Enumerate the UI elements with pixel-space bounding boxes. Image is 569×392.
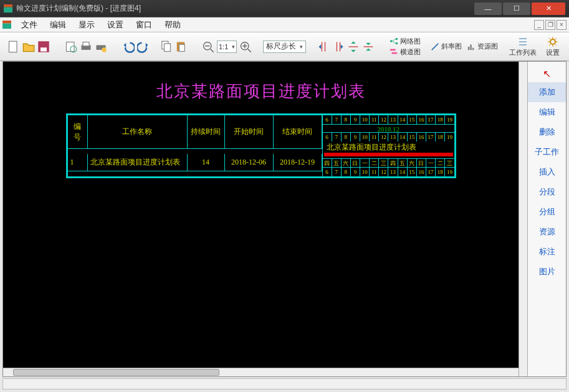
svg-line-21 <box>248 49 251 52</box>
mdi-restore-button[interactable]: ❐ <box>545 20 555 30</box>
settings-button[interactable]: 设置 <box>539 36 567 57</box>
svg-rect-2 <box>2 23 11 29</box>
printer-settings-icon[interactable] <box>95 41 107 53</box>
gantt-bar[interactable] <box>324 153 453 156</box>
tick: 17 <box>426 115 436 124</box>
svg-point-27 <box>396 38 398 41</box>
tick: 6 <box>323 115 332 124</box>
svg-rect-10 <box>83 42 89 45</box>
tick: 8 <box>342 133 351 141</box>
undo-icon[interactable] <box>122 41 135 53</box>
expand-vert-icon[interactable] <box>347 41 360 53</box>
slope-view-button[interactable]: 斜率图 <box>431 42 462 51</box>
menu-settings[interactable]: 设置 <box>101 19 130 31</box>
tick: 13 <box>388 133 398 141</box>
statusbar <box>2 378 567 390</box>
side-item-0[interactable]: 添加 <box>528 82 566 102</box>
menu-window[interactable]: 窗口 <box>130 19 158 31</box>
open-icon[interactable] <box>22 41 35 53</box>
table-row-id[interactable]: 1 <box>68 154 88 171</box>
window-close-button[interactable]: ✕ <box>532 2 565 15</box>
gantt-row[interactable]: 北京某路面项目进度计划表 <box>323 141 454 159</box>
mdi-minimize-button[interactable]: _ <box>534 20 544 30</box>
shrink-vert-icon[interactable] <box>362 41 375 53</box>
paste-icon[interactable] <box>175 41 187 53</box>
tick: 15 <box>408 133 417 141</box>
menu-edit[interactable]: 编辑 <box>44 19 72 31</box>
col-id: 编号 <box>68 115 88 149</box>
res-view-button[interactable]: 资源图 <box>467 42 498 51</box>
window-maximize-button[interactable]: ☐ <box>503 2 530 15</box>
side-item-9[interactable]: 图片 <box>528 262 566 282</box>
tick: 18 <box>436 168 445 176</box>
side-item-7[interactable]: 资源 <box>528 222 566 242</box>
side-item-8[interactable]: 标注 <box>528 242 566 262</box>
new-icon[interactable] <box>7 41 20 53</box>
copy-icon[interactable] <box>160 41 172 53</box>
side-panel: ↖ 添加编辑删除子工作插入分段分组资源标注图片 <box>527 62 566 376</box>
canvas[interactable]: 北京某路面项目进度计划表 编号 工作名称 持续时间 开始时间 结束时间 1 北京… <box>3 62 519 368</box>
ruler-step-combo[interactable]: 标尺步长▾ <box>263 41 306 53</box>
svg-rect-16 <box>179 44 185 51</box>
vertical-scrollbar[interactable] <box>519 62 527 376</box>
tick: 13 <box>388 168 398 176</box>
print-icon[interactable] <box>80 41 92 53</box>
cross-view-button[interactable]: 横道图 <box>390 47 421 57</box>
side-item-2[interactable]: 删除 <box>528 122 566 142</box>
cross-view-label: 横道图 <box>400 47 421 57</box>
tick: 7 <box>332 168 342 176</box>
zoom-out-icon[interactable] <box>202 41 214 53</box>
side-item-4[interactable]: 插入 <box>528 162 566 182</box>
zoom-in-icon[interactable] <box>239 41 252 53</box>
workspace: 北京某路面项目进度计划表 编号 工作名称 持续时间 开始时间 结束时间 1 北京… <box>2 61 567 377</box>
pointer-tool-icon[interactable]: ↖ <box>528 65 566 82</box>
print-preview-icon[interactable] <box>65 41 77 53</box>
col-duration: 持续时间 <box>188 115 225 149</box>
svg-rect-33 <box>472 47 474 50</box>
col-name: 工作名称 <box>88 115 188 149</box>
side-item-1[interactable]: 编辑 <box>528 102 566 122</box>
tick: 6 <box>323 133 332 141</box>
tick: 9 <box>351 133 360 141</box>
canvas-wrap: 北京某路面项目进度计划表 编号 工作名称 持续时间 开始时间 结束时间 1 北京… <box>3 62 519 376</box>
table-row-duration[interactable]: 14 <box>188 154 225 171</box>
scrollbar-thumb[interactable] <box>13 369 219 376</box>
work-list-button[interactable]: 工作列表 <box>509 36 537 57</box>
chart-title: 北京某路面项目进度计划表 <box>3 62 519 113</box>
menu-file[interactable]: 文件 <box>15 19 44 31</box>
window-minimize-button[interactable]: — <box>474 2 502 15</box>
shrink-left-icon[interactable] <box>317 41 330 53</box>
tick: 一 <box>426 159 436 168</box>
tick: 16 <box>417 133 426 141</box>
svg-point-37 <box>550 39 555 44</box>
tick: 12 <box>379 133 388 141</box>
tick: 四 <box>388 159 398 168</box>
horizontal-scrollbar[interactable] <box>3 368 519 376</box>
table-row-start[interactable]: 2018-12-06 <box>225 154 274 171</box>
side-item-3[interactable]: 子工作 <box>528 142 566 162</box>
tick: 日 <box>417 159 426 168</box>
tick: 14 <box>398 168 408 176</box>
expand-right-icon[interactable] <box>332 41 345 53</box>
table-row-end[interactable]: 2018-12-19 <box>274 154 322 171</box>
col-end: 结束时间 <box>274 115 322 149</box>
table-row-name[interactable]: 北京某路面项目进度计划表 <box>88 154 188 171</box>
zoom-1to1-button[interactable]: 1:1▾ <box>217 41 237 53</box>
svg-point-28 <box>396 42 398 45</box>
tick: 六 <box>342 159 351 168</box>
redo-icon[interactable] <box>137 41 150 53</box>
side-item-6[interactable]: 分组 <box>528 202 566 222</box>
tick: 15 <box>408 168 417 176</box>
tick: 13 <box>388 115 398 124</box>
save-icon[interactable] <box>37 41 50 53</box>
app-icon-small <box>2 21 11 29</box>
menu-view[interactable]: 显示 <box>72 19 101 31</box>
menu-help[interactable]: 帮助 <box>158 19 187 31</box>
side-item-5[interactable]: 分段 <box>528 182 566 202</box>
mdi-close-button[interactable]: × <box>557 20 567 30</box>
work-list-label: 工作列表 <box>509 48 537 57</box>
tick: 三 <box>379 159 388 168</box>
timeline-month: 2018.12 <box>323 124 454 133</box>
net-view-button[interactable]: 网络图 <box>390 37 421 46</box>
svg-rect-30 <box>392 52 398 54</box>
